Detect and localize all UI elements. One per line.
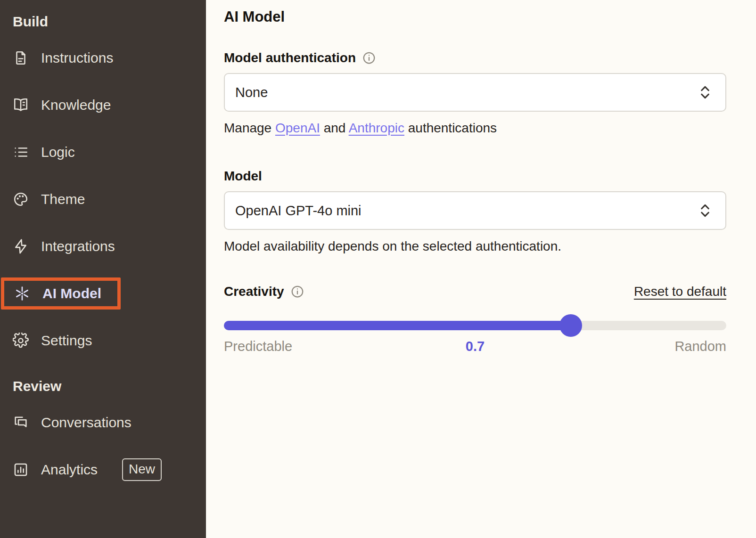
model-helper: Model availability depends on the select… [224,238,726,255]
main-content: AI Model Model authentication None Manag… [206,0,756,538]
zap-icon [13,238,29,254]
sidebar-section-review: Review [13,377,197,396]
sidebar-item-label: Integrations [41,238,115,254]
sidebar-item-label: Theme [41,191,85,207]
model-select[interactable]: OpenAI GPT-4o mini [224,191,726,230]
file-text-icon [13,50,29,66]
model-auth-label: Model authentication [224,50,356,65]
sidebar-item-logic[interactable]: Logic [13,141,197,163]
chat-bubbles-icon [13,415,29,431]
chevron-updown-icon [698,203,712,219]
sidebar-item-label: Logic [41,144,75,160]
model-auth-helper: Manage OpenAI and Anthropic authenticati… [224,120,726,137]
info-icon[interactable] [362,51,376,65]
page-title: AI Model [224,8,726,26]
creativity-label-group: Creativity [224,284,634,299]
helper-text: and [320,121,349,135]
new-badge: New [122,458,162,481]
model-auth-select-value: None [235,85,698,100]
sidebar-nav-review: Conversations Analytics New [13,411,197,481]
sidebar-item-analytics[interactable]: Analytics New [13,458,197,481]
sidebar-item-label: Analytics [41,462,98,478]
sidebar: Build Instructions Knowledge [0,0,206,538]
creativity-header-row: Creativity Reset to default [224,284,726,299]
creativity-slider[interactable] [224,321,726,330]
gear-icon [13,333,29,349]
sidebar-item-knowledge[interactable]: Knowledge [13,94,197,116]
sidebar-item-integrations[interactable]: Integrations [13,235,197,258]
sidebar-item-ai-model[interactable]: AI Model [14,282,101,305]
bar-chart-icon [13,462,29,478]
reset-to-default-link[interactable]: Reset to default [634,284,726,299]
model-label-row: Model [224,167,726,186]
openai-link[interactable]: OpenAI [275,121,320,135]
slider-thumb[interactable] [559,314,582,337]
sidebar-item-label: Conversations [41,415,131,431]
sidebar-item-label: Settings [41,333,92,349]
helper-text: authentications [404,121,497,135]
slider-value: 0.7 [466,339,485,354]
slider-min-label: Predictable [224,339,292,354]
model-label: Model [224,169,262,184]
model-auth-label-row: Model authentication [224,49,726,67]
list-icon [13,144,29,160]
model-auth-select[interactable]: None [224,73,726,112]
helper-text: Manage [224,121,275,135]
creativity-slider-labels: Predictable 0.7 Random [224,338,726,355]
sidebar-item-conversations[interactable]: Conversations [13,411,197,434]
sidebar-item-label: AI Model [42,285,101,302]
slider-fill [224,321,571,330]
info-icon[interactable] [290,285,304,299]
sidebar-nav-build: Instructions Knowledge Logic [13,47,197,352]
creativity-label: Creativity [224,284,284,299]
book-open-icon [13,97,29,113]
sidebar-section-build: Build [13,12,197,31]
model-select-value: OpenAI GPT-4o mini [235,203,698,219]
anthropic-link[interactable]: Anthropic [349,121,404,135]
slider-max-label: Random [674,339,726,354]
sidebar-item-settings[interactable]: Settings [13,329,197,352]
palette-icon [13,191,29,207]
sidebar-item-label: Instructions [41,50,113,66]
chevron-updown-icon [698,84,712,100]
sidebar-item-theme[interactable]: Theme [13,188,197,211]
sidebar-active-highlight: AI Model [1,277,121,310]
sidebar-item-label: Knowledge [41,97,111,113]
sidebar-item-instructions[interactable]: Instructions [13,47,197,69]
sparkle-icon [14,285,30,302]
